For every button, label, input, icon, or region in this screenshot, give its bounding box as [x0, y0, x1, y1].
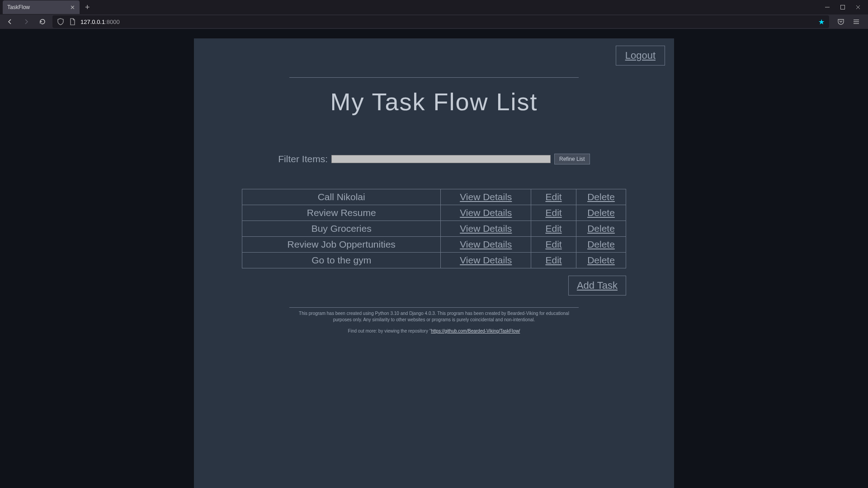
edit-link[interactable]: Edit — [545, 207, 561, 218]
footer-find-out-prefix: Find out more: by viewing the repository — [348, 328, 429, 333]
forward-button[interactable] — [20, 15, 33, 28]
table-row: Review Job OppertunitiesView DetailsEdit… — [242, 237, 626, 253]
edit-link[interactable]: Edit — [545, 239, 561, 249]
window-controls — [825, 5, 868, 10]
footer-link-row: Find out more: by viewing the repository… — [203, 328, 665, 333]
delete-link[interactable]: Delete — [587, 239, 615, 249]
table-row: Call NikolaiView DetailsEditDelete — [242, 189, 626, 205]
url-port: :8000 — [105, 19, 120, 25]
browser-chrome: TaskFlow ✕ + — [0, 0, 868, 29]
table-row: Buy GroceriesView DetailsEditDelete — [242, 221, 626, 237]
shield-icon[interactable] — [57, 18, 64, 25]
task-title: Review Job Oppertunities — [242, 237, 441, 253]
view-details-link[interactable]: View Details — [460, 223, 512, 234]
new-tab-button[interactable]: + — [85, 3, 90, 12]
add-task-row: Add Task — [242, 276, 626, 296]
footer-repo-link[interactable]: https://github.com/Bearded-Viking/TaskFl… — [431, 328, 520, 333]
refine-button[interactable]: Refine List — [554, 154, 590, 164]
minimize-icon[interactable] — [825, 5, 830, 10]
url-bar[interactable]: 127.0.0.1:8000 ★ — [52, 15, 829, 28]
page-title: My Task Flow List — [203, 88, 665, 116]
view-details-link[interactable]: View Details — [460, 207, 512, 218]
footer-disclaimer: This program has been created using Pyth… — [289, 310, 579, 323]
table-row: Go to the gymView DetailsEditDelete — [242, 253, 626, 268]
edit-link[interactable]: Edit — [545, 192, 561, 202]
tab-strip: TaskFlow ✕ + — [0, 0, 868, 14]
tab-title: TaskFlow — [7, 4, 30, 10]
task-title: Buy Groceries — [242, 221, 441, 237]
task-table: Call NikolaiView DetailsEditDeleteReview… — [242, 189, 626, 268]
edit-link[interactable]: Edit — [545, 255, 561, 265]
hamburger-icon[interactable] — [853, 18, 860, 25]
reload-button[interactable] — [36, 15, 49, 28]
view-details-link[interactable]: View Details — [460, 239, 512, 249]
task-title: Go to the gym — [242, 253, 441, 268]
pocket-icon[interactable] — [837, 18, 844, 25]
bookmark-star-icon[interactable]: ★ — [818, 18, 825, 26]
svg-rect-1 — [841, 5, 845, 9]
toolbar-right-icons — [833, 18, 864, 25]
header-divider — [289, 77, 579, 78]
logout-button[interactable]: Logout — [616, 46, 665, 66]
task-title: Review Resume — [242, 205, 441, 221]
app-container: Logout My Task Flow List Filter Items: R… — [194, 38, 674, 488]
browser-tab[interactable]: TaskFlow ✕ — [3, 0, 80, 14]
close-window-icon[interactable] — [855, 5, 861, 10]
edit-link[interactable]: Edit — [545, 223, 561, 234]
filter-input[interactable] — [331, 155, 551, 163]
back-button[interactable] — [4, 15, 16, 28]
table-row: Review ResumeView DetailsEditDelete — [242, 205, 626, 221]
footer-divider — [289, 307, 579, 308]
url-host: 127.0.0.1 — [80, 19, 105, 25]
topbar: Logout — [203, 46, 665, 66]
delete-link[interactable]: Delete — [587, 207, 615, 218]
page-viewport: Logout My Task Flow List Filter Items: R… — [0, 29, 868, 488]
view-details-link[interactable]: View Details — [460, 192, 512, 202]
filter-label: Filter Items: — [278, 154, 328, 164]
add-task-button[interactable]: Add Task — [568, 276, 626, 296]
delete-link[interactable]: Delete — [587, 223, 615, 234]
url-text: 127.0.0.1:8000 — [80, 19, 120, 25]
browser-toolbar: 127.0.0.1:8000 ★ — [0, 14, 868, 29]
task-title: Call Nikolai — [242, 189, 441, 205]
filter-row: Filter Items: Refine List — [203, 154, 665, 164]
delete-link[interactable]: Delete — [587, 192, 615, 202]
maximize-icon[interactable] — [840, 5, 845, 10]
view-details-link[interactable]: View Details — [460, 255, 512, 265]
delete-link[interactable]: Delete — [587, 255, 615, 265]
page-icon — [69, 18, 76, 25]
close-icon[interactable]: ✕ — [70, 4, 75, 11]
